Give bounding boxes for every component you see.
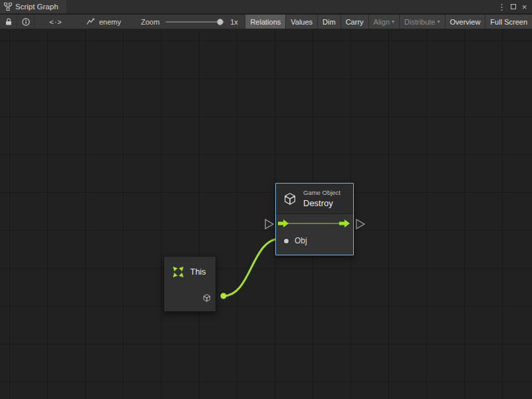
- flow-in-arrow-icon[interactable]: [278, 219, 289, 227]
- carry-button[interactable]: Carry: [340, 15, 368, 29]
- zoom-value: 1x: [230, 18, 238, 26]
- align-dropdown[interactable]: Align ▾: [368, 15, 399, 29]
- lock-icon: [5, 18, 12, 26]
- flow-out-arrow-icon[interactable]: [339, 219, 350, 227]
- obj-port-label: Obj: [295, 236, 307, 245]
- info-icon: [22, 18, 30, 26]
- distribute-dropdown[interactable]: Distribute ▾: [399, 15, 444, 29]
- this-unit-icon: [172, 265, 185, 279]
- toolbar-buttons: Relations Values Dim Carry Align ▾ Distr…: [245, 15, 532, 29]
- info-toggle[interactable]: [17, 15, 35, 29]
- overview-button[interactable]: Overview: [445, 15, 485, 29]
- graph-breadcrumb[interactable]: enemy: [86, 15, 121, 29]
- destroy-obj-input-port[interactable]: Obj: [276, 233, 353, 248]
- graph-pointer-icon: [86, 18, 95, 25]
- destroy-enter-port-arrow-icon[interactable]: [265, 219, 273, 229]
- distribute-label: Distribute: [404, 18, 435, 26]
- relations-label: Relations: [250, 18, 281, 26]
- full-screen-button[interactable]: Full Screen: [485, 15, 532, 29]
- zoom-slider[interactable]: [166, 21, 224, 23]
- destroy-node-header: Game Object Destroy: [276, 184, 353, 214]
- graph-name-label: enemy: [99, 18, 121, 26]
- value-wire-this-to-obj[interactable]: [223, 239, 280, 296]
- zoom-control: Zoom 1x: [141, 15, 238, 29]
- window-maximize-icon[interactable]: [507, 0, 519, 14]
- zoom-label: Zoom: [141, 18, 160, 26]
- flow-relation-graphic: [276, 214, 353, 233]
- values-label: Values: [291, 18, 313, 26]
- graph-canvas[interactable]: This Game Object: [0, 30, 532, 399]
- game-object-cube-icon: [202, 293, 211, 303]
- window-titlebar: Script Graph ⋮ ×: [0, 0, 532, 14]
- overview-label: Overview: [450, 18, 481, 26]
- align-label: Align: [374, 18, 390, 26]
- this-node-title: This: [190, 267, 206, 277]
- chevron-down-icon: ▾: [392, 19, 394, 25]
- destroy-flow-ports: [276, 214, 353, 233]
- game-object-cube-icon: [283, 192, 297, 206]
- maximize-glyph: [511, 4, 516, 9]
- relations-button[interactable]: Relations: [245, 15, 285, 29]
- this-node-header: This: [164, 257, 215, 279]
- graph-window-icon: [4, 3, 12, 11]
- tab-script-graph[interactable]: Script Graph: [0, 0, 66, 13]
- window-menu-icon[interactable]: ⋮: [496, 0, 507, 14]
- chevron-down-icon: ▾: [438, 19, 440, 25]
- graph-toolbar: <·> enemy Zoom 1x Relations Values Dim C…: [0, 15, 532, 29]
- full-screen-label: Full Screen: [490, 18, 527, 26]
- this-output-port-dot[interactable]: [221, 293, 227, 299]
- dim-label: Dim: [323, 18, 336, 26]
- tab-title: Script Graph: [15, 3, 59, 11]
- zoom-slider-thumb[interactable]: [217, 19, 223, 25]
- obj-port-dot-icon[interactable]: [284, 239, 289, 243]
- wire-layer: [0, 30, 532, 399]
- dim-button[interactable]: Dim: [317, 15, 340, 29]
- destroy-node-title: Destroy: [303, 198, 340, 208]
- destroy-node-category: Game Object: [303, 189, 340, 196]
- ports-display-toggle[interactable]: <·>: [43, 15, 69, 29]
- destroy-exit-port-arrow-icon[interactable]: [356, 219, 364, 229]
- node-this[interactable]: This: [164, 256, 216, 312]
- this-output-port[interactable]: [202, 293, 211, 303]
- values-button[interactable]: Values: [285, 15, 317, 29]
- carry-label: Carry: [346, 18, 364, 26]
- node-destroy[interactable]: Game Object Destroy Obj: [275, 183, 354, 255]
- window-close-icon[interactable]: ×: [519, 0, 530, 14]
- lock-toggle[interactable]: [0, 15, 17, 29]
